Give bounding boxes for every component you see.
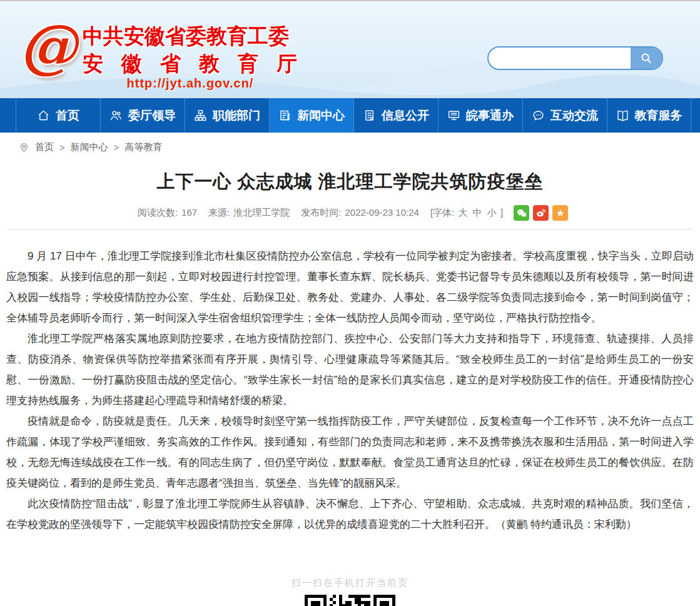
breadcrumb-separator: >: [59, 142, 65, 153]
search-input[interactable]: [489, 48, 631, 69]
font-size-small-button[interactable]: 小: [487, 207, 497, 218]
nav-item-home[interactable]: 首页: [16, 98, 100, 133]
article-paragraph: 疫情就是命令，防疫就是责任。几天来，校领导时刻坚守第一线指挥防疫工作，严守关键部…: [6, 411, 694, 493]
home-icon: [37, 109, 50, 122]
font-switch-suffix: ]: [500, 207, 503, 218]
news-icon: [278, 109, 292, 122]
nav-item-label: 职能部门: [213, 108, 260, 124]
org-title-line2: 安徽省教育厅: [83, 51, 298, 76]
favorite-star-icon[interactable]: ★: [552, 205, 568, 221]
page: @ 中共安徽省委教育工委 安徽省教育厅 http://jyt.ah.gov.cn…: [0, 0, 700, 606]
people-icon: [109, 109, 123, 122]
font-size-medium-button[interactable]: 中: [473, 207, 482, 218]
nav-item-label: 信息公开: [382, 108, 429, 124]
qr-section: 扫一扫在手机打开当前页: [0, 577, 700, 606]
nav-item-label: 首页: [56, 108, 79, 124]
views-count: 167: [181, 207, 197, 218]
site-header: @ 中共安徽省委教育工委 安徽省教育厅 http://jyt.ah.gov.cn…: [0, 1, 700, 98]
nav-item-departments[interactable]: 职能部门: [185, 98, 269, 133]
org-title-line1: 中共安徽省委教育工委: [83, 24, 298, 49]
views-group: 阅读次数:167: [138, 207, 197, 219]
location-pin-icon: [19, 142, 29, 153]
article-body: 9 月 17 日中午，淮北理工学院接到淮北市杜集区疫情防控办公室信息，学校有一位…: [0, 230, 700, 535]
publish-time-value: 2022-09-23 10:24: [345, 207, 418, 218]
nav-item-services-portal[interactable]: 皖事通办: [438, 98, 522, 133]
source-value: 淮北理工学院: [233, 207, 290, 218]
font-size-switch-group: [字体: 大 中 小 ]: [430, 207, 503, 219]
nav-item-label: 新闻中心: [297, 108, 345, 124]
publish-time-group: 发布时间:2022-09-23 10:24: [301, 207, 419, 219]
breadcrumb: 首页 > 新闻中心 > 高等教育: [0, 133, 700, 161]
qr-code: [305, 595, 395, 606]
wechat-share-icon[interactable]: [514, 205, 529, 221]
views-label: 阅读次数:: [138, 207, 178, 218]
breadcrumb-news-link[interactable]: 新闻中心: [71, 141, 108, 153]
article-paragraph: 淮北理工学院严格落实属地原则防控要求，在地方疫情防控部门、疾控中心、公安部门等大…: [6, 328, 694, 411]
font-size-large-button[interactable]: 大: [458, 207, 467, 218]
article-meta: 阅读次数:167 来源:淮北理工学院 发布时间:2022-09-23 10:24…: [0, 205, 700, 221]
site-logo-at-icon: @: [19, 16, 78, 75]
search-icon: [639, 51, 653, 65]
nav-item-interaction[interactable]: 互动交流: [522, 98, 607, 133]
article-paragraph: 此次疫情防控“阻击战”，彰显了淮北理工学院师生从容镇静、决不懈怠、上下齐心、守望…: [6, 493, 694, 535]
publish-time-label: 发布时间:: [301, 207, 341, 218]
nav-item-education-services[interactable]: 教育服务: [607, 98, 691, 133]
document-icon: [363, 109, 376, 122]
breadcrumb-home-link[interactable]: 首页: [35, 141, 54, 153]
chat-icon: [532, 109, 545, 122]
site-url: http://jyt.ah.gov.cn/: [83, 76, 298, 91]
book-icon: [616, 109, 629, 122]
org-title-block: 中共安徽省委教育工委 安徽省教育厅: [83, 24, 298, 76]
nav-item-label: 皖事通办: [466, 108, 514, 124]
breadcrumb-separator: >: [114, 142, 119, 153]
weibo-share-icon[interactable]: [533, 205, 549, 221]
nav-item-label: 委厅领导: [128, 108, 176, 124]
source-group: 来源:淮北理工学院: [208, 207, 290, 219]
org-chart-icon: [194, 109, 207, 122]
nav-item-news-center[interactable]: 新闻中心: [269, 98, 353, 133]
share-row: ★: [514, 205, 568, 221]
article: 上下一心 众志成城 淮北理工学院共筑防疫堡垒 阅读次数:167 来源:淮北理工学…: [0, 169, 700, 535]
nav-item-label: 教育服务: [635, 108, 682, 124]
search-button[interactable]: [631, 48, 662, 69]
qr-caption: 扫一扫在手机打开当前页: [0, 577, 700, 589]
nav-item-label: 互动交流: [550, 108, 598, 124]
font-switch-prefix: [字体:: [430, 207, 454, 218]
nav-item-info-disclosure[interactable]: 信息公开: [353, 98, 438, 133]
source-label: 来源:: [208, 207, 230, 218]
main-nav: 首页 委厅领导 职能部门 新闻中心 信息公开 皖事通办 互动交流 教育服务: [0, 98, 700, 133]
article-title: 上下一心 众志成城 淮北理工学院共筑防疫堡垒: [0, 169, 700, 194]
search-box: [487, 46, 663, 70]
monitor-icon: [447, 109, 460, 122]
article-paragraph: 9 月 17 日中午，淮北理工学院接到淮北市杜集区疫情防控办公室信息，学校有一位…: [6, 246, 694, 328]
nav-item-leadership[interactable]: 委厅领导: [100, 98, 185, 133]
breadcrumb-higher-education-link[interactable]: 高等教育: [125, 141, 163, 153]
